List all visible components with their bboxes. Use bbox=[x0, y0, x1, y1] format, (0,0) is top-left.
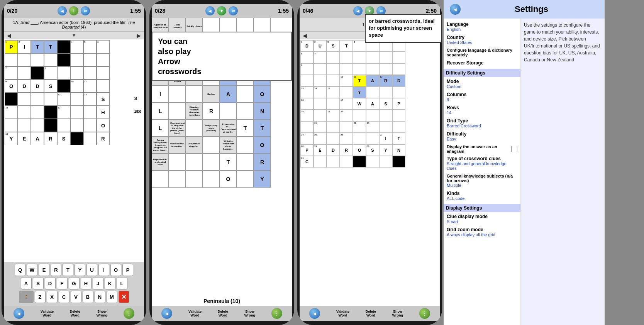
settings-mode-row[interactable]: Mode Custom bbox=[447, 79, 517, 89]
cell-1-4-5[interactable] bbox=[70, 93, 83, 106]
cell-1-4-3[interactable] bbox=[44, 93, 57, 106]
back-game-btn-3[interactable]: ◀ bbox=[309, 308, 320, 319]
settings-anagram-checkbox[interactable] bbox=[511, 146, 517, 152]
kb-w[interactable]: W bbox=[27, 264, 37, 276]
show-wrong-btn-2[interactable]: ShowWrong bbox=[244, 310, 255, 317]
cell-1-6-0[interactable] bbox=[5, 119, 18, 132]
cell-1-4-6[interactable]: 13 bbox=[83, 93, 97, 106]
cell-1-5-1[interactable] bbox=[18, 106, 31, 119]
kb-b[interactable]: B bbox=[83, 291, 93, 303]
kb-q[interactable]: Q bbox=[15, 264, 25, 276]
cell-1-2-3[interactable]: 8 bbox=[44, 66, 57, 80]
kb-z[interactable]: Z bbox=[35, 291, 46, 303]
cell-1-1-7[interactable] bbox=[97, 53, 110, 66]
kb-p[interactable]: P bbox=[122, 264, 133, 276]
cell-1-5-0[interactable]: 16 bbox=[5, 106, 18, 119]
kb-k[interactable]: K bbox=[105, 277, 115, 289]
kb-walker[interactable]: 🚶 bbox=[19, 291, 34, 303]
cell-1-6-1[interactable] bbox=[18, 119, 31, 132]
more-btn-3[interactable]: ⋮ bbox=[419, 308, 430, 319]
settings-language-row[interactable]: Language English bbox=[447, 22, 517, 32]
validate-word-btn-2[interactable]: ValidateWord bbox=[188, 310, 202, 317]
delete-word-btn-2[interactable]: DeleteWord bbox=[218, 310, 228, 317]
cell-1-3-5[interactable]: 10 bbox=[70, 80, 83, 93]
kb-d[interactable]: D bbox=[45, 277, 56, 289]
kb-g[interactable]: G bbox=[69, 277, 80, 289]
cell-1-6-6[interactable] bbox=[83, 119, 97, 132]
cell-1-0-7[interactable]: 6 bbox=[97, 40, 110, 53]
cell-1-2-0[interactable]: 7 bbox=[5, 66, 18, 80]
cell-1-1-1[interactable] bbox=[18, 53, 31, 66]
validate-word-btn-3[interactable]: ValidateWord bbox=[336, 310, 349, 317]
settings-country-row[interactable]: Country United States bbox=[447, 35, 517, 45]
back-game-btn-2[interactable]: ◀ bbox=[161, 308, 172, 319]
delete-word-btn-1[interactable]: DeleteWord bbox=[70, 310, 80, 317]
cell-1-0-3[interactable]: T bbox=[44, 40, 57, 53]
cell-1-7-2[interactable]: A bbox=[31, 132, 44, 145]
cell-1-1-6[interactable] bbox=[83, 53, 97, 66]
cell-1-7-0[interactable]: 19Y bbox=[5, 132, 18, 145]
cell-1-6-5[interactable] bbox=[70, 119, 83, 132]
cell-1-6-7[interactable]: O bbox=[97, 119, 110, 132]
cell-1-5-4[interactable]: 17 bbox=[57, 106, 70, 119]
kb-f[interactable]: F bbox=[57, 277, 68, 289]
kb-i[interactable]: I bbox=[98, 264, 109, 276]
validate-word-btn-1[interactable]: ValidateWord bbox=[41, 310, 54, 317]
cell-1-1-2[interactable] bbox=[31, 53, 44, 66]
kb-x[interactable]: X bbox=[47, 291, 58, 303]
info-btn-2[interactable]: ▼ bbox=[217, 6, 226, 15]
cell-1-4-2[interactable] bbox=[31, 93, 44, 106]
kb-r[interactable]: R bbox=[51, 264, 61, 276]
settings-anagram-row[interactable]: Display the answer as an anagram bbox=[447, 144, 517, 154]
back-btn-2[interactable]: ◀ bbox=[205, 6, 215, 15]
kb-n[interactable]: N bbox=[95, 291, 105, 303]
cell-1-6-2[interactable] bbox=[31, 119, 44, 132]
settings-gridtype-row[interactable]: Grid Type Barred Crossword bbox=[447, 118, 517, 128]
settings-difficulty-row[interactable]: Difficulty Easy bbox=[447, 131, 517, 141]
kb-e[interactable]: E bbox=[39, 264, 49, 276]
cell-1-7-7[interactable]: R bbox=[97, 132, 110, 145]
settings-columns-row[interactable]: Columns 9 bbox=[447, 92, 517, 102]
settings-kinds-row[interactable]: Kinds ALL,code bbox=[447, 191, 517, 201]
kb-o[interactable]: O bbox=[110, 264, 121, 276]
cell-1-2-5[interactable] bbox=[70, 66, 83, 80]
cell-1-5-2[interactable] bbox=[31, 106, 44, 119]
settings-recover-row[interactable]: Recover Storage bbox=[447, 60, 517, 66]
settings-clue-display-row[interactable]: Clue display mode Smart bbox=[447, 214, 517, 224]
cell-1-2-1[interactable] bbox=[18, 66, 31, 80]
more-btn-1[interactable]: ⋮ bbox=[124, 308, 134, 319]
cell-1-0-1[interactable]: 2I bbox=[18, 40, 31, 53]
cell-1-0-0[interactable]: 1P bbox=[5, 40, 18, 53]
cell-1-1-3[interactable] bbox=[44, 53, 57, 66]
cell-1-2-7[interactable] bbox=[97, 66, 110, 80]
settings-rows-row[interactable]: Rows 14 bbox=[447, 105, 517, 115]
kb-s[interactable]: S bbox=[33, 277, 44, 289]
kb-y[interactable]: Y bbox=[75, 264, 85, 276]
cell-1-7-4[interactable]: S bbox=[57, 132, 70, 145]
settings-configure-row[interactable]: Configure language & dictionary separate… bbox=[447, 48, 517, 57]
kb-a[interactable]: A bbox=[21, 277, 32, 289]
cell-1-6-4[interactable] bbox=[57, 119, 70, 132]
kb-h[interactable]: H bbox=[81, 277, 92, 289]
cell-1-2-4[interactable] bbox=[57, 66, 70, 80]
cell-1-0-6[interactable]: 5 bbox=[83, 40, 97, 53]
cell-1-3-2[interactable]: D bbox=[31, 80, 44, 93]
kb-c[interactable]: C bbox=[59, 291, 69, 303]
cell-1-3-1[interactable]: D bbox=[18, 80, 31, 93]
kb-j[interactable]: J bbox=[93, 277, 103, 289]
cell-1-4-7[interactable]: S bbox=[97, 93, 110, 106]
settings-gk-row[interactable]: General knowledge subjects (n/a for arro… bbox=[447, 174, 517, 188]
cell-1-7-1[interactable]: E bbox=[18, 132, 31, 145]
kb-t[interactable]: T bbox=[63, 264, 73, 276]
cell-1-1-5[interactable] bbox=[70, 53, 83, 66]
back-game-btn-1[interactable]: ◀ bbox=[14, 308, 24, 319]
kb-u[interactable]: U bbox=[86, 264, 97, 276]
settings-zoom-row[interactable]: Grid zoom mode Always display all the gr… bbox=[447, 227, 517, 237]
cell-1-2-6[interactable] bbox=[83, 66, 97, 80]
show-wrong-btn-3[interactable]: ShowWrong bbox=[392, 310, 403, 317]
cell-1-5-5[interactable] bbox=[70, 106, 83, 119]
cell-1-7-6[interactable] bbox=[83, 132, 97, 145]
prev-clue-1[interactable]: ◀ bbox=[7, 32, 11, 39]
info-btn-1[interactable]: i bbox=[69, 6, 78, 15]
back-btn-1[interactable]: ◀ bbox=[58, 6, 67, 15]
